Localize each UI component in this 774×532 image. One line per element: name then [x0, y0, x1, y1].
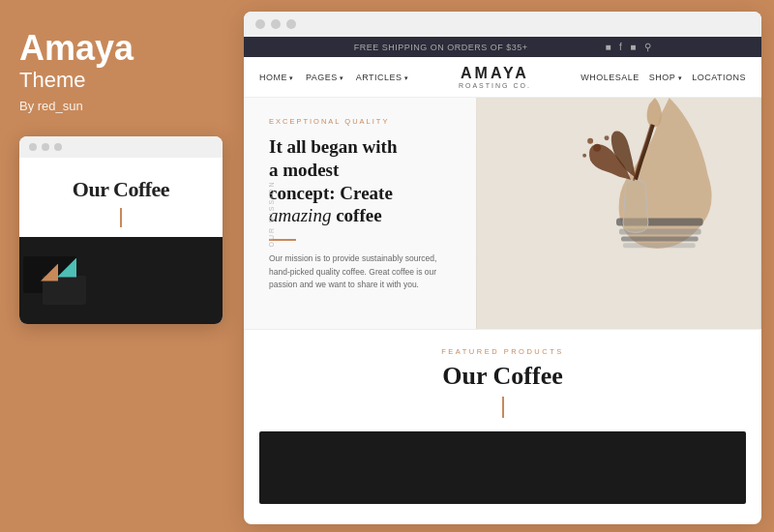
nav-pages[interactable]: PAGES [306, 73, 344, 82]
mini-our-coffee-title: Our Coffee [35, 177, 207, 202]
nav-left-items: HOME PAGES ARTICLES [259, 73, 409, 82]
hero-tag: EXCEPTIONAL QUALITY [269, 117, 457, 126]
nav-home[interactable]: HOME [259, 73, 294, 82]
nav-locations[interactable]: LOCATIONS [692, 73, 746, 82]
notif-message: FREE SHIPPING ON ORDERS OF $35+ [354, 43, 528, 52]
left-panel: Amaya Theme By red_sun Our Coffee [0, 0, 237, 532]
author-text: By red_sun [19, 99, 83, 113]
title-text: Amaya [19, 29, 134, 68]
browser-dot-3 [286, 19, 296, 29]
featured-title: Our Coffee [244, 362, 761, 391]
mini-browser-bar [19, 136, 223, 158]
mini-title-divider [120, 208, 122, 227]
svg-rect-4 [623, 243, 696, 248]
featured-products-section: FEATURED PRODUCTS Our Coffee [244, 330, 761, 514]
logo-sub-text: ROASTING CO. [459, 82, 531, 89]
hero-image [476, 98, 761, 329]
svg-point-7 [605, 135, 610, 140]
svg-point-8 [582, 154, 586, 158]
mini-dot-2 [42, 143, 49, 151]
coffee-pour-svg [476, 98, 761, 329]
subtitle-text: Theme [19, 68, 134, 93]
mission-label: OUR MISSION [268, 180, 275, 247]
navigation-bar: HOME PAGES ARTICLES AMAYA ROASTING CO. W… [244, 57, 761, 98]
svg-rect-3 [621, 236, 699, 241]
nav-logo: AMAYA ROASTING CO. [459, 65, 531, 89]
featured-tag: FEATURED PRODUCTS [244, 347, 761, 356]
mini-dot-1 [29, 143, 37, 151]
hero-title-line1: It all began witha modestconcept: Create… [269, 136, 398, 225]
mini-image-area [19, 237, 223, 324]
mini-dot-3 [54, 143, 62, 151]
notif-icons: ■ f ■ ⚲ [605, 42, 651, 52]
mini-content: Our Coffee [19, 158, 223, 227]
nav-articles[interactable]: ARTICLES [356, 73, 409, 82]
nav-shop[interactable]: SHOP [649, 73, 682, 82]
browser-dot-1 [255, 19, 265, 29]
nav-wholesale[interactable]: WHOLESALE [580, 73, 640, 82]
mini-browser-preview: Our Coffee [19, 136, 223, 324]
search-icon: ⚲ [644, 42, 652, 52]
notification-bar: FREE SHIPPING ON ORDERS OF $35+ ■ f ■ ⚲ [244, 37, 761, 57]
hero-text-area: OUR MISSION EXCEPTIONAL QUALITY It all b… [244, 98, 476, 329]
featured-image-strip [259, 431, 746, 504]
featured-title-divider [502, 397, 504, 418]
logo-main-text: AMAYA [459, 65, 531, 82]
main-browser: FREE SHIPPING ON ORDERS OF $35+ ■ f ■ ⚲ … [244, 12, 761, 524]
browser-chrome-bar [244, 12, 761, 37]
hero-description: Our mission is to provide sustainably so… [269, 252, 457, 292]
svg-point-6 [587, 138, 593, 144]
browser-dot-2 [271, 19, 281, 29]
hero-title: It all began witha modestconcept: Create… [269, 135, 457, 227]
nav-right-items: WHOLESALE SHOP LOCATIONS [580, 73, 746, 82]
facebook-icon: f [619, 42, 622, 52]
instagram-icon: ■ [605, 42, 611, 52]
camera-icon: ■ [630, 42, 637, 52]
svg-point-5 [593, 144, 601, 152]
hero-section: OUR MISSION EXCEPTIONAL QUALITY It all b… [244, 98, 761, 330]
theme-title: Amaya Theme [19, 29, 134, 99]
